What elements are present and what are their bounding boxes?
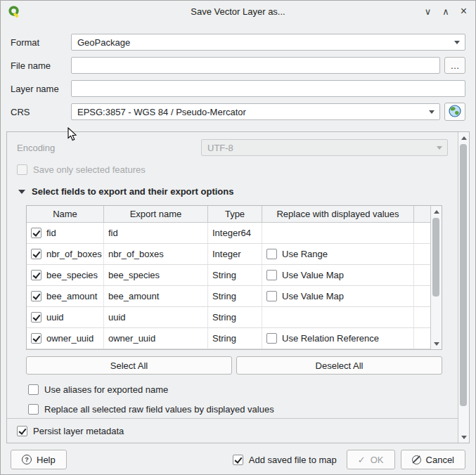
crs-value: EPSG:3857 - WGS 84 / Pseudo-Mercator: [77, 107, 246, 117]
browse-button-label: …: [451, 60, 460, 71]
table-row: fid fid Integer64: [27, 223, 430, 244]
scroll-down-icon[interactable]: [458, 432, 469, 442]
type-value: String: [212, 333, 236, 344]
scroll-down-icon[interactable]: [431, 339, 442, 349]
use-value-map-checkbox[interactable]: [266, 291, 277, 301]
minimize-icon[interactable]: ∨: [425, 7, 432, 16]
replace-raw-label: Replace all selected raw field values by…: [44, 404, 274, 415]
file-name-row: File name …: [11, 57, 465, 74]
crs-select-button[interactable]: [444, 103, 465, 121]
field-name: uuid: [46, 312, 64, 323]
cell-filler: [414, 328, 430, 349]
cell-type: Integer: [208, 244, 262, 264]
crs-row: CRS EPSG:3857 - WGS 84 / Pseudo-Mercator: [11, 103, 465, 120]
scrollbar-thumb[interactable]: [432, 218, 439, 297]
export-name-value: nbr_of_boxes: [108, 249, 164, 259]
collapse-arrow-icon: [18, 190, 25, 194]
cell-replace: Use Value Map: [262, 265, 414, 285]
column-header-export-name[interactable]: Export name: [104, 206, 208, 222]
layer-name-input[interactable]: [71, 80, 465, 97]
replace-option-label: Use Value Map: [282, 291, 344, 301]
cancel-icon: [412, 455, 421, 464]
cancel-button-label: Cancel: [426, 455, 454, 465]
scrollbar-thumb[interactable]: [460, 144, 467, 406]
deselect-all-button[interactable]: Deselect All: [236, 356, 442, 375]
cell-export-name[interactable]: bee_amount: [104, 286, 208, 306]
scroll-up-icon[interactable]: [431, 207, 442, 216]
field-checkbox[interactable]: [31, 270, 41, 280]
fields-section-header[interactable]: Select fields to export and their export…: [18, 186, 448, 197]
export-name-value: bee_species: [108, 270, 160, 280]
cell-export-name[interactable]: bee_species: [104, 265, 208, 285]
table-row: owner_uuid owner_uuid String Use Relatio…: [27, 328, 430, 349]
cell-filler: [414, 286, 430, 306]
crs-combobox[interactable]: EPSG:3857 - WGS 84 / Pseudo-Mercator: [71, 103, 440, 120]
field-name: owner_uuid: [46, 333, 94, 344]
browse-button[interactable]: …: [444, 57, 465, 74]
options-scrollbar[interactable]: [458, 132, 469, 443]
type-value: String: [212, 312, 236, 323]
options-scroll-content: Encoding UTF-8 Save only selected featur…: [7, 132, 458, 418]
dialog-title: Save Vector Layer as...: [1, 6, 475, 17]
fields-table: Name Export name Type Replace with displ…: [26, 205, 442, 350]
encoding-combobox[interactable]: UTF-8: [201, 139, 448, 156]
maximize-icon[interactable]: ∧: [442, 7, 449, 16]
column-header-name[interactable]: Name: [27, 206, 104, 222]
table-scrollbar[interactable]: [430, 206, 442, 349]
use-range-checkbox[interactable]: [266, 249, 277, 259]
cell-export-name[interactable]: nbr_of_boxes: [104, 244, 208, 264]
export-name-value: fid: [108, 228, 118, 238]
fields-section-title: Select fields to export and their export…: [32, 186, 234, 197]
window-controls: ∨ ∧ ×: [425, 1, 467, 22]
format-label: Format: [11, 37, 71, 48]
cell-type: String: [208, 286, 262, 306]
select-all-button[interactable]: Select All: [26, 356, 232, 375]
file-name-input[interactable]: [71, 57, 440, 74]
field-checkbox[interactable]: [31, 312, 41, 323]
use-value-map-checkbox[interactable]: [266, 270, 277, 280]
cell-type: String: [208, 307, 262, 327]
persist-metadata-checkbox[interactable]: [17, 426, 27, 436]
table-row: nbr_of_boxes nbr_of_boxes Integer Use Ra…: [27, 244, 430, 265]
save-only-selected-label: Save only selected features: [33, 164, 146, 175]
deselect-all-label: Deselect All: [316, 360, 364, 371]
field-checkbox[interactable]: [31, 333, 41, 344]
cancel-button[interactable]: Cancel: [401, 450, 465, 469]
close-icon[interactable]: ×: [461, 6, 467, 17]
format-combobox[interactable]: GeoPackage: [71, 34, 465, 51]
add-saved-file-label: Add saved file to map: [249, 455, 337, 465]
field-checkbox[interactable]: [31, 291, 41, 301]
help-icon: ?: [22, 455, 32, 464]
type-value: Integer: [212, 249, 240, 259]
cell-filler: [414, 244, 430, 264]
cell-name: fid: [27, 223, 104, 243]
fields-table-header: Name Export name Type Replace with displ…: [27, 206, 430, 223]
cell-export-name[interactable]: uuid: [104, 307, 208, 327]
cell-export-name[interactable]: fid: [104, 223, 208, 243]
scroll-up-icon[interactable]: [458, 133, 469, 143]
table-row: bee_species bee_species String Use Value…: [27, 265, 430, 286]
export-name-value: bee_amount: [108, 291, 159, 301]
layer-name-label: Layer name: [11, 84, 71, 94]
field-checkbox[interactable]: [31, 249, 41, 259]
column-header-filler: [414, 206, 430, 222]
use-aliases-row: Use aliases for exported name: [28, 384, 448, 395]
cell-filler: [414, 223, 430, 243]
chevron-down-icon: [454, 41, 460, 44]
add-saved-file-checkbox[interactable]: [233, 455, 243, 465]
cell-export-name[interactable]: owner_uuid: [104, 328, 208, 349]
globe-icon: [448, 104, 462, 120]
use-aliases-checkbox[interactable]: [28, 384, 39, 395]
ok-button[interactable]: ✓ OK: [347, 450, 395, 469]
select-all-label: Select All: [110, 360, 148, 371]
field-checkbox[interactable]: [31, 228, 41, 238]
encoding-row: Encoding UTF-8: [17, 139, 448, 156]
cell-name: bee_species: [27, 265, 104, 285]
save-only-selected-checkbox[interactable]: [17, 164, 27, 175]
replace-raw-checkbox[interactable]: [28, 404, 39, 415]
column-header-replace[interactable]: Replace with displayed values: [262, 206, 414, 222]
help-button[interactable]: ? Help: [11, 450, 67, 469]
column-header-type[interactable]: Type: [208, 206, 262, 222]
field-name: bee_species: [46, 270, 98, 280]
use-relation-reference-checkbox[interactable]: [266, 333, 277, 344]
